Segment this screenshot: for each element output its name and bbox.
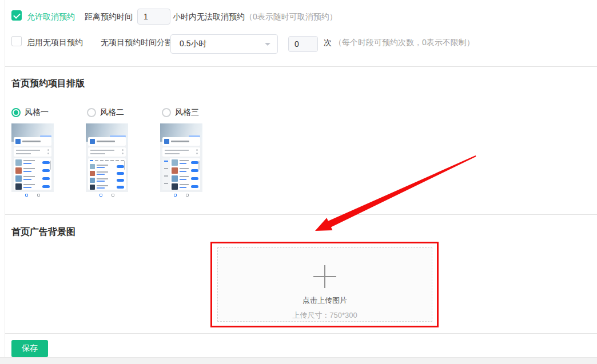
thumb-category-tab bbox=[110, 160, 114, 161]
thumb-item-row bbox=[162, 175, 200, 182]
radio-on-icon bbox=[11, 108, 21, 117]
thumb-map-icon bbox=[47, 149, 49, 151]
thumb-item-image bbox=[15, 167, 22, 174]
thumb-item-title bbox=[97, 165, 108, 166]
thumb-item-row bbox=[162, 159, 200, 166]
thumb-item-row bbox=[88, 177, 126, 183]
allow-cancel-checkbox[interactable] bbox=[11, 10, 22, 21]
count-input[interactable] bbox=[288, 36, 318, 52]
thumb-item-row bbox=[14, 167, 51, 174]
radio-style-two[interactable]: 风格二 bbox=[87, 107, 124, 118]
thumb-item-title bbox=[180, 176, 189, 177]
thumb-book-button bbox=[117, 186, 124, 189]
thumb-book-button bbox=[117, 165, 124, 168]
radio-style-one[interactable]: 风格一 bbox=[11, 107, 49, 118]
thumb-item-list bbox=[162, 158, 200, 190]
thumb-address-line bbox=[165, 150, 189, 151]
thumb-scrollbar bbox=[50, 161, 51, 170]
thumb-item-row bbox=[88, 163, 126, 170]
thumb-book-button bbox=[42, 169, 50, 172]
section-divider-1 bbox=[5, 66, 597, 67]
thumb-item-image bbox=[90, 178, 95, 183]
upload-area[interactable]: 点击上传图片 上传尺寸：750*300 bbox=[217, 247, 432, 322]
thumb-book-button bbox=[42, 161, 50, 164]
thumb-tabbar bbox=[86, 192, 128, 199]
chevron-down-icon bbox=[265, 43, 270, 49]
thumb-item-list bbox=[88, 158, 126, 190]
thumb-store-logo bbox=[164, 139, 169, 144]
thumb-info-card bbox=[88, 147, 126, 157]
radio-style-three[interactable]: 风格三 bbox=[162, 107, 199, 118]
thumb-address-line bbox=[16, 150, 40, 151]
thumb-map-icon bbox=[122, 149, 124, 151]
thumb-item-title bbox=[180, 160, 189, 161]
style-one-thumbnail[interactable] bbox=[11, 123, 54, 199]
mine-tab-icon bbox=[112, 194, 114, 197]
thumb-item-image bbox=[15, 159, 22, 166]
thumb-store-name bbox=[97, 141, 115, 142]
thumb-category-tab bbox=[100, 160, 104, 161]
thumb-item-image bbox=[90, 185, 95, 190]
thumb-item-title bbox=[97, 171, 108, 173]
mine-tab-icon bbox=[37, 194, 40, 197]
no-project-checkbox[interactable] bbox=[11, 36, 22, 46]
thumb-item-price bbox=[23, 179, 31, 180]
thumb-book-button bbox=[42, 185, 50, 188]
thumb-phone-line bbox=[16, 153, 31, 154]
thumb-item-image bbox=[15, 175, 22, 182]
horizontal-scrollbar-track[interactable] bbox=[0, 357, 597, 364]
thumb-item-price bbox=[97, 187, 105, 189]
thumb-category-tabs bbox=[88, 158, 126, 163]
cancel-suffix-label: 小时内无法取消预约 bbox=[173, 11, 245, 22]
thumb-item-price bbox=[180, 179, 186, 180]
no-project-label: 启用无项目预约 bbox=[27, 37, 83, 47]
booking-settings-page: 允许取消预约 距离预约时间 小时内无法取消预约 （0表示随时可取消预约） 启用无… bbox=[0, 0, 597, 364]
interval-select[interactable]: 0.5小时 bbox=[170, 34, 278, 54]
thumb-item-title bbox=[180, 184, 189, 185]
thumb-store-name bbox=[22, 141, 41, 142]
thumb-store-logo bbox=[15, 139, 21, 144]
thumb-store-card bbox=[14, 137, 51, 146]
thumb-phone-icon bbox=[196, 153, 198, 154]
style-two-thumbnail[interactable] bbox=[86, 123, 128, 199]
section-divider-3 bbox=[5, 333, 597, 334]
style-three-thumbnail[interactable] bbox=[160, 123, 202, 199]
thumb-item-price bbox=[97, 181, 105, 182]
thumb-item-row bbox=[14, 175, 51, 182]
banner-section-title: 首页广告背景图 bbox=[11, 226, 75, 238]
thumb-item-row bbox=[14, 159, 51, 166]
upload-label: 点击上传图片 bbox=[303, 295, 347, 306]
thumb-book-button bbox=[117, 172, 124, 175]
thumb-item-row bbox=[88, 170, 126, 177]
thumb-item-image bbox=[15, 183, 22, 190]
thumb-item-price bbox=[97, 167, 105, 168]
thumb-phone-icon bbox=[122, 153, 124, 154]
thumb-item-price bbox=[180, 187, 186, 188]
save-button[interactable]: 保存 bbox=[11, 340, 48, 357]
thumb-store-name bbox=[171, 141, 189, 142]
thumb-item-title bbox=[23, 160, 35, 161]
home-tab-icon bbox=[25, 194, 28, 197]
thumb-item-title bbox=[97, 185, 108, 186]
layout-section-title: 首页预约项目排版 bbox=[11, 78, 85, 90]
thumb-item-title bbox=[97, 178, 108, 179]
cancel-hours-input[interactable] bbox=[137, 9, 170, 25]
thumb-item-row bbox=[162, 183, 200, 190]
radio-style-two-label: 风格二 bbox=[100, 107, 124, 118]
thumb-book-button bbox=[191, 185, 198, 188]
thumb-book-button bbox=[117, 179, 124, 182]
thumb-scrollbar bbox=[124, 161, 125, 170]
thumb-item-image bbox=[172, 159, 178, 166]
thumb-item-price bbox=[97, 174, 105, 175]
thumb-category-tab bbox=[105, 160, 109, 161]
thumb-item-list bbox=[14, 158, 51, 190]
thumb-book-button bbox=[42, 177, 50, 180]
time-split-label: 无项目预约时间分割 bbox=[101, 37, 173, 47]
thumb-store-card bbox=[162, 137, 200, 146]
thumb-info-card bbox=[162, 147, 200, 157]
thumb-phone-line bbox=[165, 153, 180, 154]
thumb-tabbar bbox=[11, 192, 54, 199]
distance-time-label: 距离预约时间 bbox=[85, 11, 133, 22]
cancel-hint: （0表示随时可取消预约） bbox=[245, 11, 337, 22]
thumb-item-image bbox=[172, 175, 178, 182]
